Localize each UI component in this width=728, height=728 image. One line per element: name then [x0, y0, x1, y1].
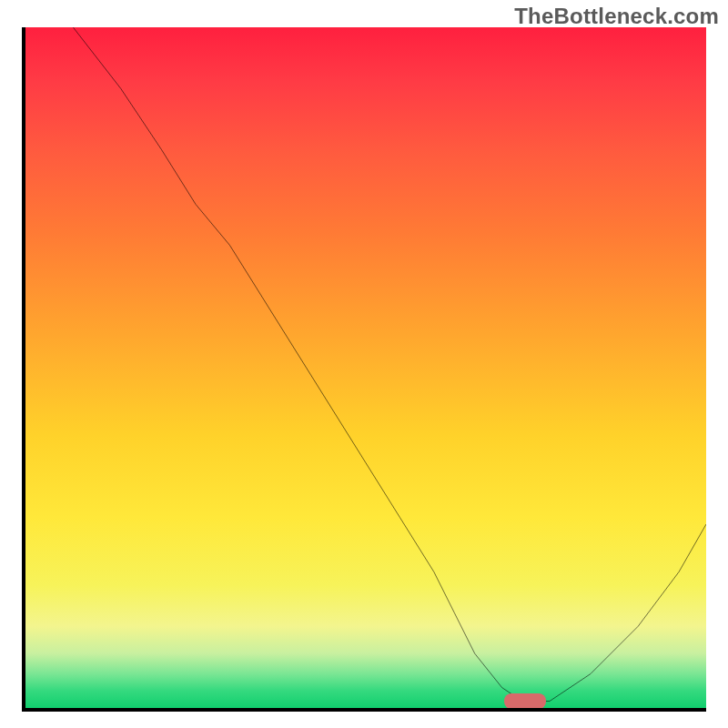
watermark-text: TheBottleneck.com	[514, 4, 719, 29]
chart-frame: TheBottleneck.com	[0, 0, 728, 728]
curve-path	[73, 27, 706, 702]
plot-area	[22, 27, 706, 712]
bottleneck-curve	[25, 27, 706, 708]
optimal-marker	[504, 693, 545, 709]
